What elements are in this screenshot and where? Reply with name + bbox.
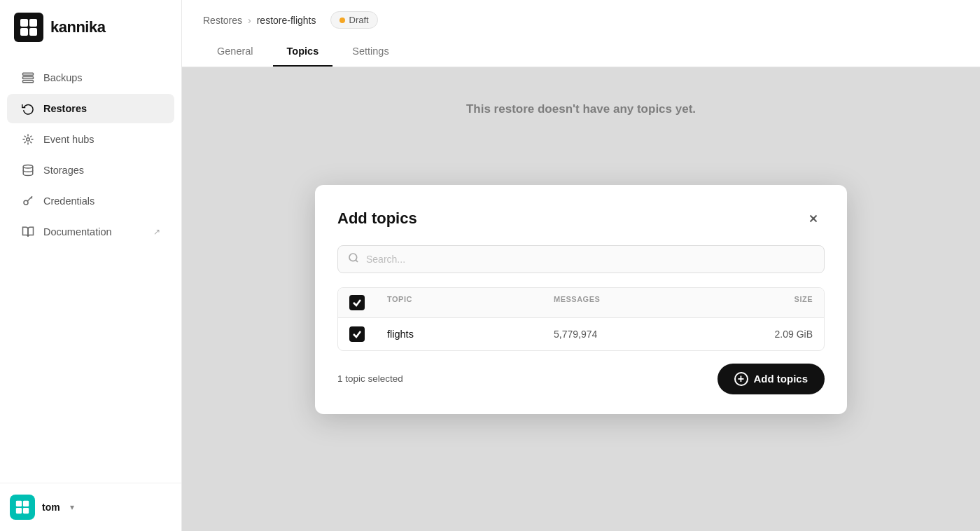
logo: kannika: [0, 0, 181, 55]
add-topics-modal: Add topics: [315, 185, 847, 414]
svg-line-14: [24, 142, 26, 143]
credentials-icon: [21, 194, 35, 208]
sidebar-label-credentials: Credentials: [43, 195, 94, 207]
svg-rect-5: [23, 77, 34, 79]
user-name: tom: [42, 502, 60, 513]
svg-rect-21: [23, 501, 29, 506]
header-checkbox-col: [349, 295, 380, 310]
backups-icon: [21, 71, 35, 85]
close-button[interactable]: [802, 207, 825, 230]
col-header-topic: TOPIC: [387, 295, 547, 310]
svg-line-10: [24, 136, 26, 137]
sidebar-label-eventhubs: Event hubs: [43, 134, 94, 145]
breadcrumb: Restores › restore-flights Draft: [203, 0, 959, 36]
svg-rect-6: [23, 81, 34, 83]
modal-title: Add topics: [337, 209, 417, 228]
row-checkbox-col: [349, 326, 380, 342]
sidebar-item-restores[interactable]: Restores: [7, 94, 174, 123]
status-dot: [340, 18, 345, 23]
docs-icon: [21, 225, 35, 239]
sidebar-item-backups[interactable]: Backups: [7, 63, 174, 92]
breadcrumb-current: restore-flights: [257, 15, 316, 26]
svg-rect-3: [29, 28, 37, 36]
logo-text: kannika: [50, 18, 105, 36]
svg-line-11: [30, 142, 31, 143]
status-label: Draft: [349, 15, 369, 25]
sidebar-nav: Backups Restores Event hubs: [0, 55, 181, 483]
search-input[interactable]: [366, 254, 814, 265]
logo-icon: [14, 13, 43, 42]
svg-rect-23: [23, 508, 29, 513]
sidebar-item-storages[interactable]: Storages: [7, 156, 174, 185]
modal-header: Add topics: [337, 207, 825, 230]
modal-overlay: Add topics: [182, 67, 980, 531]
breadcrumb-separator: ›: [248, 15, 251, 26]
add-topics-label: Add topics: [754, 373, 808, 385]
selected-count: 1 topic selected: [337, 373, 403, 384]
select-all-checkbox[interactable]: [349, 295, 365, 310]
tab-topics[interactable]: Topics: [273, 39, 333, 67]
svg-line-15: [30, 136, 31, 137]
eventhubs-icon: [21, 132, 35, 146]
sidebar-label-storages: Storages: [43, 165, 84, 176]
svg-rect-1: [29, 19, 37, 27]
add-topics-button[interactable]: + Add topics: [718, 364, 825, 394]
cell-messages: 5,779,974: [554, 329, 694, 340]
svg-rect-0: [20, 19, 28, 27]
user-avatar: [10, 495, 35, 520]
svg-point-16: [23, 165, 33, 169]
main-content: Restores › restore-flights Draft General…: [182, 0, 980, 531]
table-row[interactable]: flights 5,779,974 2.09 GiB: [338, 318, 824, 350]
search-box: [337, 245, 825, 273]
tabs: General Topics Settings: [203, 39, 959, 67]
sidebar-footer: tom ▾: [0, 483, 181, 531]
sidebar-item-documentation[interactable]: Documentation ↗: [7, 217, 174, 247]
sidebar-label-backups: Backups: [43, 72, 83, 83]
svg-line-19: [31, 198, 33, 199]
cell-topic: flights: [387, 329, 547, 340]
modal-footer: 1 topic selected + Add topics: [337, 364, 825, 394]
sidebar-item-eventhubs[interactable]: Event hubs: [7, 125, 174, 154]
tab-settings[interactable]: Settings: [338, 39, 402, 67]
sidebar-label-docs: Documentation: [43, 226, 112, 237]
svg-rect-4: [23, 73, 34, 75]
tab-general[interactable]: General: [203, 39, 267, 67]
svg-line-27: [356, 260, 358, 262]
breadcrumb-parent[interactable]: Restores: [203, 15, 242, 26]
svg-point-17: [24, 200, 28, 205]
table-header: TOPIC MESSAGES SIZE: [338, 288, 824, 318]
cell-size: 2.09 GiB: [701, 329, 813, 340]
storages-icon: [21, 163, 35, 177]
sidebar: kannika Backups Restores: [0, 0, 182, 531]
search-icon: [348, 252, 359, 266]
col-header-messages: MESSAGES: [554, 295, 694, 310]
sidebar-label-restores: Restores: [43, 103, 87, 114]
svg-point-26: [349, 254, 357, 261]
svg-rect-20: [16, 501, 22, 506]
svg-rect-2: [20, 28, 28, 36]
status-badge: Draft: [330, 11, 378, 29]
restores-icon: [21, 102, 35, 116]
svg-point-7: [27, 138, 30, 142]
sidebar-item-credentials[interactable]: Credentials: [7, 186, 174, 216]
svg-rect-22: [16, 508, 22, 513]
page-body: This restore doesn't have any topics yet…: [182, 67, 980, 531]
row-checkbox[interactable]: [349, 326, 365, 342]
user-chevron-icon[interactable]: ▾: [70, 502, 74, 512]
header: Restores › restore-flights Draft General…: [182, 0, 980, 67]
col-header-size: SIZE: [701, 295, 813, 310]
topics-table: TOPIC MESSAGES SIZE flights: [337, 287, 825, 351]
plus-icon: +: [734, 372, 748, 386]
external-link-icon: ↗: [153, 227, 160, 237]
